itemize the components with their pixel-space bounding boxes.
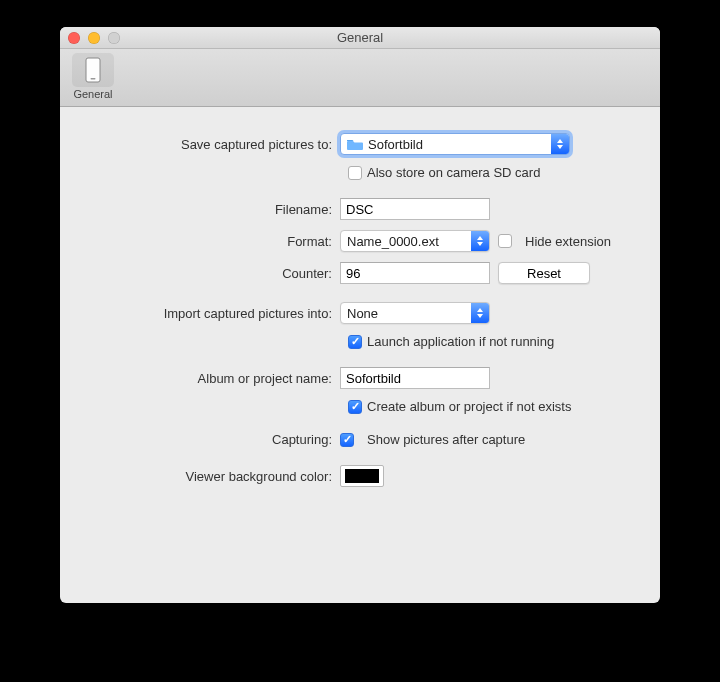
window-title: General <box>337 30 383 45</box>
viewer-bg-colorwell[interactable] <box>340 465 384 487</box>
window-controls <box>68 32 120 44</box>
counter-input[interactable] <box>340 262 490 284</box>
create-album-label: Create album or project if not exists <box>367 399 571 414</box>
filename-label: Filename: <box>84 202 340 217</box>
save-to-popup[interactable]: Sofortbild <box>340 133 570 155</box>
import-into-label: Import captured pictures into: <box>84 306 340 321</box>
minimize-icon[interactable] <box>88 32 100 44</box>
chevron-updown-icon <box>471 303 489 323</box>
chevron-updown-icon <box>551 134 569 154</box>
svg-rect-1 <box>91 78 96 80</box>
sd-card-checkbox[interactable] <box>348 166 362 180</box>
save-to-value: Sofortbild <box>368 137 423 152</box>
tab-general[interactable]: General <box>66 53 120 100</box>
toolbar: General <box>60 49 660 107</box>
album-input[interactable] <box>340 367 490 389</box>
album-label: Album or project name: <box>84 371 340 386</box>
hide-extension-label: Hide extension <box>525 234 611 249</box>
format-value: Name_0000.ext <box>347 234 439 249</box>
viewer-bg-color-chip <box>345 469 379 483</box>
zoom-icon[interactable] <box>108 32 120 44</box>
close-icon[interactable] <box>68 32 80 44</box>
chevron-updown-icon <box>471 231 489 251</box>
format-label: Format: <box>84 234 340 249</box>
show-after-checkbox[interactable] <box>340 433 354 447</box>
content: Save captured pictures to: Sofortbild Al… <box>60 107 660 517</box>
import-into-popup[interactable]: None <box>340 302 490 324</box>
preferences-window: General General Save captured pictures t… <box>60 27 660 603</box>
general-icon <box>72 53 114 87</box>
reset-button[interactable]: Reset <box>498 262 590 284</box>
launch-app-checkbox[interactable] <box>348 335 362 349</box>
viewer-bg-label: Viewer background color: <box>84 469 340 484</box>
filename-input[interactable] <box>340 198 490 220</box>
hide-extension-checkbox[interactable] <box>498 234 512 248</box>
show-after-label: Show pictures after capture <box>367 432 525 447</box>
format-popup[interactable]: Name_0000.ext <box>340 230 490 252</box>
sd-card-label: Also store on camera SD card <box>367 165 540 180</box>
tab-general-label: General <box>66 88 120 100</box>
launch-app-label: Launch application if not running <box>367 334 554 349</box>
save-to-label: Save captured pictures to: <box>84 137 340 152</box>
counter-label: Counter: <box>84 266 340 281</box>
titlebar: General <box>60 27 660 49</box>
capturing-label: Capturing: <box>84 432 340 447</box>
folder-icon <box>347 138 363 151</box>
import-into-value: None <box>347 306 378 321</box>
create-album-checkbox[interactable] <box>348 400 362 414</box>
